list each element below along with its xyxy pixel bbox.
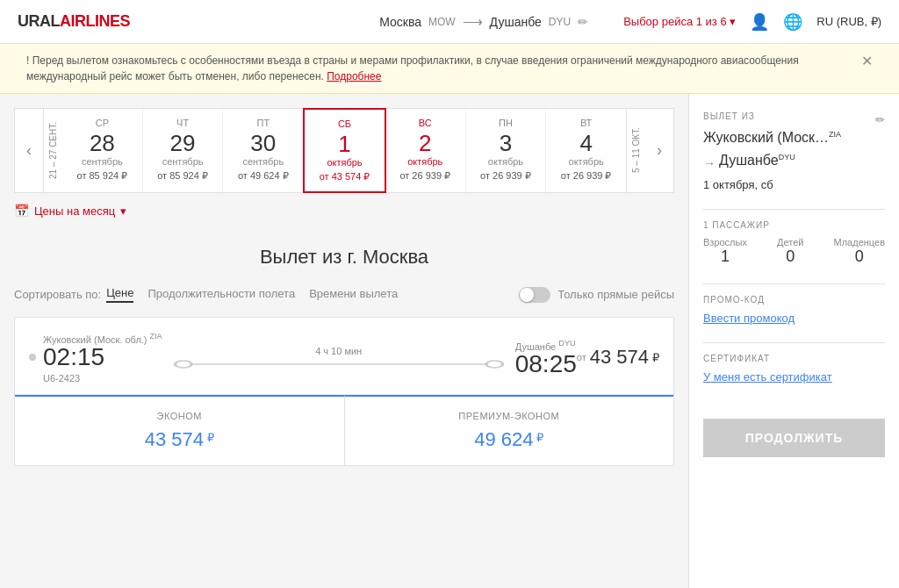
day-price: от 26 939 ₽	[561, 170, 612, 182]
day-month: сентябрь	[82, 156, 123, 167]
fare-rub: ₽	[536, 430, 543, 443]
departure-time: 02:15	[43, 345, 162, 369]
calendar-day-2[interactable]: ПТ 30 сентябрь от 49 624 ₽	[223, 109, 304, 192]
right-date: 1 октября, сб	[703, 178, 885, 191]
calendar-days: СР 28 сентябрь от 85 924 ₽ ЧТ 29 сентябр…	[62, 109, 626, 192]
prices-month-link[interactable]: 📅 Цены на месяц ▾	[14, 204, 674, 218]
toggle-knob	[520, 288, 534, 302]
logo-ural: URAL	[18, 12, 60, 31]
main-container: ‹ 21 – 27 СЕНТ. СР 28 сентябрь от 85 924…	[0, 94, 899, 588]
cert-section: СЕРТИФИКАТ У меня есть сертификат	[703, 354, 885, 384]
rub-icon: ₽	[652, 351, 659, 364]
globe-icon[interactable]: 🌐	[783, 12, 802, 32]
edit-departure-icon[interactable]: ✏	[875, 113, 885, 126]
flight-card: Жуковский (Моск. обл.) ZIA 02:15 U6-2423…	[14, 317, 674, 466]
from-city: Москва	[379, 15, 421, 29]
day-price: от 49 624 ₽	[238, 170, 289, 182]
calendar-day-6[interactable]: ВТ 4 октябрь от 26 939 ₽	[546, 109, 626, 192]
day-num: 2	[419, 132, 431, 154]
day-num: 28	[90, 132, 115, 154]
day-month: октябрь	[327, 157, 362, 168]
header-right: Выбор рейса 1 из 6 ▾ 👤 🌐 RU (RUB, ₽)	[623, 12, 881, 32]
calendar-day-4[interactable]: ВС 2 октябрь от 26 939 ₽	[385, 109, 466, 192]
user-icon[interactable]: 👤	[750, 12, 769, 32]
day-price: от 85 924 ₽	[77, 170, 128, 182]
day-num: 29	[170, 132, 196, 154]
direct-label: Только прямые рейсы	[557, 288, 674, 301]
week-label-left: 21 – 27 СЕНТ.	[43, 109, 62, 192]
adults-label: Взрослых	[703, 237, 747, 247]
flight-line-svg	[173, 360, 505, 369]
proceed-button[interactable]: ПРОДОЛЖИТЬ	[703, 419, 885, 457]
from-code: MOW	[428, 16, 456, 28]
sort-by-price[interactable]: Цене	[106, 286, 133, 303]
route-info: Москва MOW ⟶ Душанбе DYU ✏	[379, 13, 588, 30]
to-code: DYU	[549, 16, 571, 28]
departure-section: ВЫЛЕТ ИЗ ✏ Жуковский (Моск…ZIA → Душанбе…	[703, 111, 885, 191]
day-price: от 26 939 ₽	[480, 170, 531, 182]
notice-banner: ! Перед вылетом ознакомьтесь с особеннос…	[0, 44, 899, 94]
sort-bar: Сортировать по: Цене Продолжительности п…	[14, 286, 674, 303]
to-city: Душанбе	[490, 15, 542, 29]
calendar-day-3[interactable]: СБ 1 октябрь от 43 574 ₽	[303, 108, 386, 193]
fare-price: 49 624	[474, 428, 533, 450]
right-to-airport: ДушанбеDYU	[719, 151, 795, 170]
route-arrow-row: → ДушанбеDYU	[703, 151, 885, 174]
calendar-next-button[interactable]: ›	[645, 109, 673, 192]
flight-price: 43 574	[590, 346, 649, 369]
cert-title: СЕРТИФИКАТ	[703, 354, 885, 363]
fare-price-display: 49 624 ₽	[359, 428, 660, 451]
passenger-row: Взрослых 1 Детей 0 Младенцев 0	[703, 237, 885, 266]
day-dow: ВТ	[580, 118, 592, 128]
right-panel: ВЫЛЕТ ИЗ ✏ Жуковский (Моск…ZIA → Душанбе…	[688, 94, 899, 588]
calendar-strip: ‹ 21 – 27 СЕНТ. СР 28 сентябрь от 85 924…	[14, 108, 674, 193]
calendar-prev-button[interactable]: ‹	[15, 109, 43, 192]
notice-close-icon[interactable]: ✕	[861, 53, 873, 69]
flight-main-row: Жуковский (Моск. обл.) ZIA 02:15 U6-2423…	[15, 318, 673, 395]
day-dow: ВС	[419, 118, 432, 128]
day-month: октябрь	[407, 156, 442, 167]
fare-option-1[interactable]: ПРЕМИУМ-ЭКОНОМ 49 624 ₽	[345, 395, 674, 465]
fare-price: 43 574	[145, 428, 204, 450]
day-dow: ЧТ	[176, 118, 189, 128]
fare-option-0[interactable]: ЭКОНОМ 43 574 ₽	[15, 395, 345, 465]
calendar-day-5[interactable]: ПН 3 октябрь от 26 939 ₽	[466, 109, 547, 192]
notice-link[interactable]: Подробнее	[327, 70, 381, 82]
flight-line: 4 ч 10 мин	[162, 346, 515, 369]
logo: URAL AIRLINES	[18, 12, 130, 31]
fare-name: ЭКОНОМ	[29, 411, 330, 421]
day-dow: ПН	[499, 118, 513, 128]
direct-flights-toggle: Только прямые рейсы	[519, 287, 674, 303]
toggle-switch[interactable]	[519, 287, 550, 303]
flight-dot-icon	[29, 354, 36, 361]
right-arrow-icon: →	[703, 156, 716, 170]
flight-section-title: Вылет из г. Москва	[14, 232, 674, 286]
cert-link[interactable]: У меня есть сертификат	[703, 370, 832, 384]
adults-count: 1	[703, 247, 747, 266]
sort-by-duration[interactable]: Продолжительности полета	[147, 287, 295, 302]
prices-month-label: Цены на месяц	[34, 204, 115, 218]
day-price: от 26 939 ₽	[399, 170, 450, 182]
calendar-day-1[interactable]: ЧТ 29 сентябрь от 85 924 ₽	[143, 109, 224, 192]
day-month: октябрь	[488, 156, 523, 167]
departure-block: Жуковский (Моск. обл.) ZIA 02:15 U6-2423	[43, 332, 162, 384]
week-label-right: 5 – 11 ОКТ.	[626, 109, 645, 192]
day-num: 4	[579, 132, 592, 154]
infants-count: 0	[834, 247, 885, 266]
promo-section: ПРОМО-КОД Ввести промокод	[703, 295, 885, 325]
flight-select-link[interactable]: Выбор рейса 1 из 6 ▾	[623, 15, 736, 28]
calendar-day-0[interactable]: СР 28 сентябрь от 85 924 ₽	[62, 109, 143, 192]
promo-title: ПРОМО-КОД	[703, 295, 885, 305]
fare-rub: ₽	[207, 430, 214, 443]
edit-route-icon[interactable]: ✏	[578, 15, 588, 29]
flight-price-area: от 43 574 ₽	[577, 346, 659, 369]
sort-by-time[interactable]: Времени вылета	[309, 287, 398, 302]
promo-link[interactable]: Ввести промокод	[703, 312, 795, 325]
children-count: 0	[777, 247, 803, 266]
flight-number: U6-2423	[43, 373, 162, 384]
passengers-title: 1 ПАССАЖИР	[703, 220, 885, 230]
fare-name: ПРЕМИУМ-ЭКОНОМ	[359, 411, 660, 421]
departure-title: ВЫЛЕТ ИЗ	[703, 111, 755, 121]
language-selector[interactable]: RU (RUB, ₽)	[816, 15, 881, 28]
infants-label: Младенцев	[834, 237, 885, 247]
